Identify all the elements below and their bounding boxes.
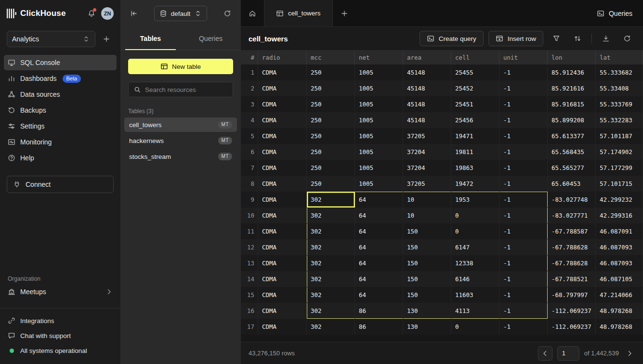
- cell[interactable]: 37204: [403, 160, 451, 176]
- cell[interactable]: 130: [403, 319, 451, 335]
- cell[interactable]: -1: [499, 287, 548, 303]
- cell[interactable]: -1: [499, 65, 548, 80]
- cell[interactable]: 37204: [403, 144, 451, 160]
- cell[interactable]: 130: [403, 303, 451, 319]
- column-header-row-number[interactable]: #: [241, 50, 258, 65]
- cell[interactable]: 86: [355, 303, 403, 319]
- cell[interactable]: CDMA: [258, 128, 307, 144]
- cell[interactable]: 302: [307, 303, 355, 319]
- collapse-panel-button[interactable]: [128, 8, 140, 19]
- cell[interactable]: 55.332283: [596, 112, 643, 128]
- cell[interactable]: 19471: [451, 128, 499, 144]
- cell[interactable]: 250: [307, 128, 355, 144]
- cell[interactable]: CDMA: [258, 176, 307, 192]
- avatar[interactable]: ZN: [101, 7, 114, 20]
- cell[interactable]: -1: [499, 160, 548, 176]
- cell[interactable]: 42.299316: [596, 208, 643, 223]
- cell[interactable]: -1: [499, 96, 548, 112]
- cell[interactable]: -1: [499, 239, 548, 255]
- page-input[interactable]: [557, 346, 579, 361]
- cell[interactable]: 19811: [451, 144, 499, 160]
- cell[interactable]: 85.916815: [548, 96, 596, 112]
- cell[interactable]: CDMA: [258, 271, 307, 287]
- cell[interactable]: 57.101715: [596, 176, 643, 192]
- column-header-radio[interactable]: radio: [258, 50, 307, 65]
- cell[interactable]: 46.087105: [596, 271, 643, 287]
- cell[interactable]: 250: [307, 160, 355, 176]
- cell[interactable]: 6146: [451, 271, 499, 287]
- insert-row-button[interactable]: Insert row: [488, 31, 543, 46]
- cell[interactable]: 0: [451, 223, 499, 239]
- refresh-grid-button[interactable]: [619, 31, 635, 46]
- home-button[interactable]: [241, 0, 264, 26]
- sidebar-item-monitoring[interactable]: Monitoring: [4, 134, 117, 150]
- cell[interactable]: -68.797997: [548, 287, 596, 303]
- cell[interactable]: CDMA: [258, 303, 307, 319]
- cell[interactable]: 45148: [403, 112, 451, 128]
- cell[interactable]: 46.087093: [596, 255, 643, 271]
- cell[interactable]: 65.60453: [548, 176, 596, 192]
- cell[interactable]: -1: [499, 144, 548, 160]
- sidebar-item-help[interactable]: Help: [4, 150, 117, 166]
- cell[interactable]: CDMA: [258, 112, 307, 128]
- download-button[interactable]: [598, 31, 614, 46]
- cell[interactable]: 55.333769: [596, 96, 643, 112]
- cell[interactable]: 302: [307, 287, 355, 303]
- cell[interactable]: 1005: [355, 112, 403, 128]
- cell[interactable]: 25455: [451, 65, 499, 80]
- cell[interactable]: 6147: [451, 239, 499, 255]
- explorer-tab-queries[interactable]: Queries: [181, 27, 241, 50]
- queries-button[interactable]: Queries: [597, 10, 632, 17]
- cell[interactable]: 85.921616: [548, 80, 596, 96]
- cell[interactable]: 10: [403, 192, 451, 208]
- column-header-net[interactable]: net: [355, 50, 403, 65]
- cell[interactable]: 250: [307, 144, 355, 160]
- sidebar-item-sql-console[interactable]: SQL Console: [4, 55, 117, 70]
- cell[interactable]: 47.214066: [596, 287, 643, 303]
- next-page-button[interactable]: [624, 346, 635, 361]
- cell[interactable]: 302: [307, 271, 355, 287]
- cell[interactable]: 64: [355, 208, 403, 223]
- column-header-unit[interactable]: unit: [499, 50, 548, 65]
- org-item-meetups[interactable]: Meetups: [4, 284, 117, 299]
- cell[interactable]: CDMA: [258, 223, 307, 239]
- column-header-lon[interactable]: lon: [548, 50, 596, 65]
- cell[interactable]: CDMA: [258, 255, 307, 271]
- cell[interactable]: 1953: [451, 192, 499, 208]
- cell[interactable]: -1: [499, 208, 548, 223]
- cell[interactable]: 46.087091: [596, 223, 643, 239]
- search-input[interactable]: [145, 86, 228, 93]
- table-list-item-cell-towers[interactable]: cell_towers MT: [124, 117, 237, 132]
- sidebar-item-settings[interactable]: Settings: [4, 118, 117, 134]
- table-list-item-hackernews[interactable]: hackernews MT: [124, 133, 237, 148]
- cell[interactable]: 0: [451, 319, 499, 335]
- create-query-button[interactable]: Create query: [420, 31, 484, 46]
- cell[interactable]: 45148: [403, 96, 451, 112]
- notifications-bell-icon[interactable]: [88, 10, 95, 17]
- cell[interactable]: 150: [403, 255, 451, 271]
- cell[interactable]: 85.912436: [548, 65, 596, 80]
- cell[interactable]: 302: [307, 319, 355, 335]
- cell[interactable]: -1: [499, 271, 548, 287]
- cell[interactable]: CDMA: [258, 65, 307, 80]
- cell[interactable]: 57.101187: [596, 128, 643, 144]
- cell[interactable]: 1005: [355, 160, 403, 176]
- cell[interactable]: 64: [355, 287, 403, 303]
- cell[interactable]: -112.069237: [548, 303, 596, 319]
- cell[interactable]: 1005: [355, 144, 403, 160]
- cell[interactable]: 65.613377: [548, 128, 596, 144]
- cell[interactable]: 1005: [355, 176, 403, 192]
- cell[interactable]: -1: [499, 112, 548, 128]
- cell[interactable]: 25451: [451, 96, 499, 112]
- cell[interactable]: CDMA: [258, 192, 307, 208]
- cell[interactable]: 250: [307, 96, 355, 112]
- cell[interactable]: 250: [307, 176, 355, 192]
- cell[interactable]: 0: [451, 208, 499, 223]
- explorer-tab-tables[interactable]: Tables: [120, 27, 181, 50]
- cell[interactable]: -67.788521: [548, 271, 596, 287]
- cell[interactable]: 250: [307, 112, 355, 128]
- cell[interactable]: 150: [403, 287, 451, 303]
- cell[interactable]: 302: [307, 223, 355, 239]
- cell[interactable]: 250: [307, 80, 355, 96]
- cell[interactable]: 150: [403, 223, 451, 239]
